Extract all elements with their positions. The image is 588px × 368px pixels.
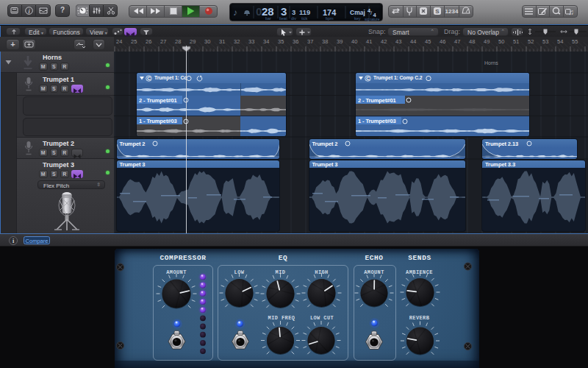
svg-text:3: 3	[292, 8, 295, 16]
svg-text:bar: bar	[265, 16, 271, 21]
svg-text:C: C	[366, 76, 370, 81]
svg-text:beat: beat	[279, 16, 287, 21]
svg-text:tick: tick	[301, 16, 308, 21]
svg-text:div: div	[291, 16, 296, 21]
svg-text:signature: signature	[365, 16, 380, 21]
svg-text:S: S	[435, 8, 440, 15]
svg-text:♫: ♫	[569, 8, 575, 15]
svg-text:Cmaj: Cmaj	[350, 9, 365, 16]
svg-text:bpm: bpm	[326, 16, 334, 21]
svg-text:i: i	[28, 8, 30, 15]
svg-text:key: key	[354, 16, 361, 21]
svg-text:♪: ♪	[233, 7, 237, 18]
svg-text:174: 174	[323, 7, 337, 16]
svg-text:119: 119	[299, 8, 310, 16]
svg-text:C: C	[147, 76, 151, 81]
